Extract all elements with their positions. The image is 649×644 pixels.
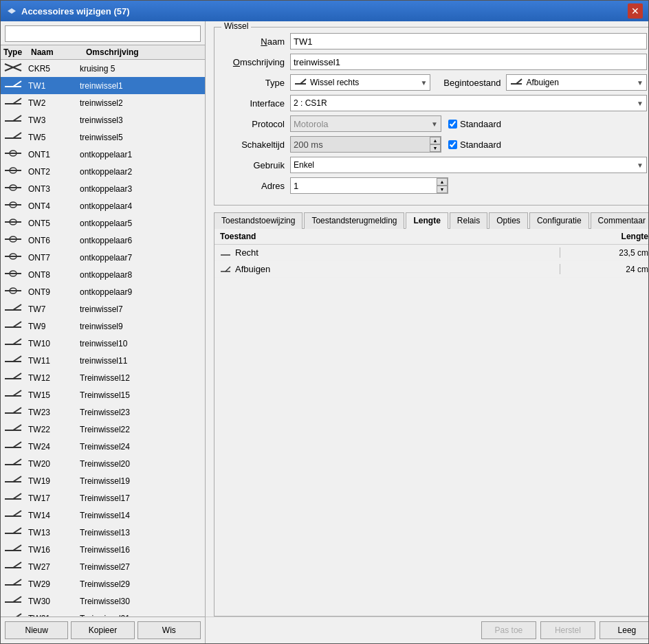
tab-configuratie[interactable]: Configuratie (529, 212, 589, 229)
list-item[interactable]: TW7 treinwissel7 (1, 300, 205, 318)
row-lengte: 24 cm (566, 265, 648, 274)
list-item[interactable]: TW21 Treinwissel21 (1, 610, 205, 617)
type-select[interactable]: Wissel rechts ▼ (290, 74, 430, 91)
tab-toestandstoewijzing[interactable]: Toestandstoewijzing (214, 212, 302, 229)
list-item[interactable]: TW16 Treinwissel16 (1, 541, 205, 558)
herstel-button[interactable]: Herstel (540, 621, 595, 639)
row-separator (560, 264, 560, 274)
list-item-icon (3, 147, 28, 162)
list-item-omschrijving: ontkoppelaar2 (80, 167, 202, 177)
interface-select[interactable]: 2 : CS1R ▼ (290, 95, 647, 111)
list-item[interactable]: TW22 Treinwissel22 (1, 421, 205, 438)
list-item[interactable]: TW23 Treinwissel23 (1, 403, 205, 421)
schakeltijd-down[interactable]: ▼ (430, 144, 441, 152)
omschrijving-input[interactable] (290, 54, 647, 70)
list-item-naam: TW22 (28, 425, 80, 434)
list-item-omschrijving: ontkoppelaar3 (80, 184, 202, 194)
list-item[interactable]: ONT7 ontkoppelaar7 (1, 249, 205, 266)
list-item[interactable]: ONT1 ontkoppelaar1 (1, 146, 205, 163)
svg-line-10 (13, 133, 21, 138)
tab-commentaar[interactable]: Commentaar (591, 212, 648, 229)
type-row: Type Wissel rechts ▼ Begintoestand (221, 74, 647, 91)
pas-toe-button[interactable]: Pas toe (481, 621, 536, 639)
gebruik-label: Gebruik (221, 160, 290, 170)
item-list[interactable]: CKR5 kruising 5 TW1 treinwissel1 TW2 tre… (1, 60, 205, 617)
list-item[interactable]: TW5 treinwissel5 (1, 129, 205, 146)
list-item[interactable]: ONT8 ontkoppelaar8 (1, 266, 205, 283)
list-item[interactable]: ONT2 ontkoppelaar2 (1, 163, 205, 180)
list-item[interactable]: CKR5 kruising 5 (1, 60, 205, 77)
begintoestand-select[interactable]: Afbuigen ▼ (506, 74, 646, 91)
list-item[interactable]: ONT3 ontkoppelaar3 (1, 180, 205, 197)
app-icon (6, 5, 17, 16)
list-item[interactable]: TW29 Treinwissel29 (1, 575, 205, 592)
tab-opties[interactable]: Opties (489, 212, 528, 229)
list-item[interactable]: TW10 treinwissel10 (1, 335, 205, 352)
close-button[interactable]: ✕ (628, 3, 643, 19)
list-item-omschrijving: ontkoppelaar5 (80, 219, 202, 228)
schakeltijd-standaard-label: Standaard (460, 140, 501, 150)
list-item-naam: ONT1 (28, 150, 80, 159)
leeg-button[interactable]: Leeg (600, 621, 648, 639)
list-item-icon (3, 559, 28, 574)
switch-icon (3, 559, 23, 572)
switch-icon (3, 319, 23, 331)
svg-line-46 (13, 442, 21, 447)
protocol-standaard-group: Standaard (448, 119, 501, 129)
interface-value: 2 : CS1R (294, 98, 634, 108)
protocol-standaard-checkbox[interactable] (448, 120, 457, 129)
list-item[interactable]: TW30 Treinwissel30 (1, 592, 205, 610)
list-item-naam: TW23 (28, 408, 80, 417)
list-item-naam: TW7 (28, 304, 80, 314)
kopieer-button[interactable]: Kopieer (71, 621, 134, 639)
tab-toestandsterugmelding[interactable]: Toestandsterugmelding (304, 212, 404, 229)
protocol-value: Motorola ▼ (290, 115, 441, 132)
gebruik-select[interactable]: Enkel ▼ (290, 157, 647, 173)
list-item[interactable]: TW9 treinwissel9 (1, 318, 205, 335)
list-item[interactable]: TW20 Treinwissel20 (1, 455, 205, 472)
tab-relais[interactable]: Relais (450, 212, 487, 229)
wis-button[interactable]: Wis (138, 621, 201, 639)
protocol-row: Protocol Motorola ▼ Standaard (221, 115, 647, 132)
decoupler-icon (3, 164, 23, 177)
list-item[interactable]: ONT4 ontkoppelaar4 (1, 197, 205, 214)
switch-icon (3, 78, 23, 91)
naam-input[interactable] (290, 33, 647, 49)
list-item[interactable]: TW19 Treinwissel19 (1, 472, 205, 489)
schakeltijd-input[interactable]: 200 ms ▲ ▼ (290, 136, 441, 153)
list-item[interactable]: TW1 treinwissel1 (1, 77, 205, 94)
adres-input[interactable]: 1 ▲ ▼ (290, 177, 448, 194)
list-item[interactable]: TW13 Treinwissel13 (1, 524, 205, 541)
begintoestand-icon (509, 77, 523, 88)
list-item[interactable]: TW11 treinwissel11 (1, 352, 205, 369)
list-item[interactable]: TW24 Treinwissel24 (1, 438, 205, 455)
schakeltijd-standaard-checkbox[interactable] (448, 140, 457, 149)
left-panel: Type Naam Omschrijving CKR5 kruising 5 T… (1, 21, 206, 643)
tab-lengte[interactable]: Lengte (406, 212, 448, 229)
type-icon (294, 77, 307, 88)
list-item[interactable]: TW3 treinwissel3 (1, 111, 205, 129)
list-item[interactable]: ONT9 ontkoppelaar9 (1, 283, 205, 300)
decoupler-icon (3, 250, 23, 263)
svg-line-6 (13, 98, 21, 104)
list-item[interactable]: ONT5 ontkoppelaar5 (1, 214, 205, 232)
list-item-icon (3, 456, 28, 471)
list-item-naam: TW30 (28, 597, 80, 606)
list-item-naam: TW14 (28, 511, 80, 520)
list-item[interactable]: TW27 Treinwissel27 (1, 558, 205, 575)
adres-down[interactable]: ▼ (437, 186, 448, 193)
svg-line-38 (13, 373, 21, 379)
list-item[interactable]: TW17 Treinwissel17 (1, 489, 205, 507)
list-item[interactable]: TW2 treinwissel2 (1, 94, 205, 111)
nieuw-button[interactable]: Nieuw (5, 621, 68, 639)
search-input[interactable] (5, 25, 201, 42)
list-item[interactable]: TW12 Treinwissel12 (1, 369, 205, 386)
switch-icon (3, 388, 23, 400)
adres-up[interactable]: ▲ (437, 178, 448, 186)
list-item[interactable]: TW14 Treinwissel14 (1, 507, 205, 524)
list-item[interactable]: ONT6 ontkoppelaar6 (1, 232, 205, 249)
list-item[interactable]: TW15 Treinwissel15 (1, 386, 205, 403)
tab-table-header: Toestand Lengte (214, 229, 648, 245)
search-bar (1, 21, 205, 45)
schakeltijd-up[interactable]: ▲ (430, 137, 441, 144)
